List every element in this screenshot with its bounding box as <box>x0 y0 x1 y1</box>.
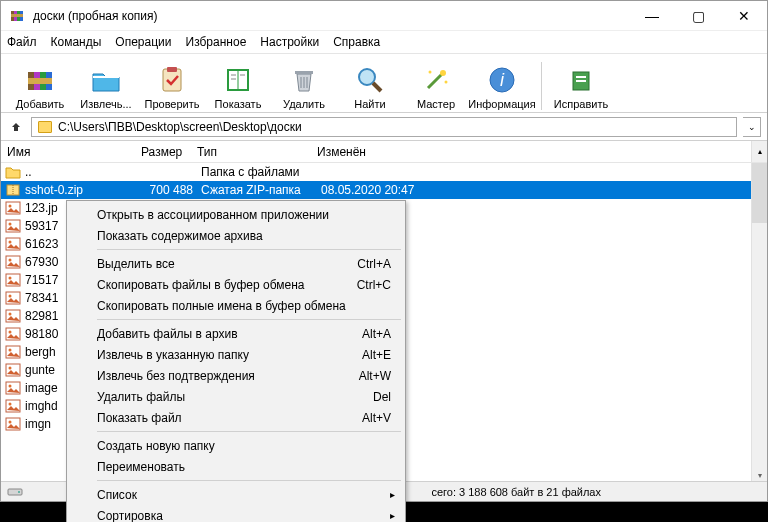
repair-button[interactable]: Исправить <box>550 64 612 110</box>
svg-point-41 <box>9 259 12 262</box>
image-icon <box>5 237 21 251</box>
svg-point-37 <box>9 223 12 226</box>
ctx-new-folder[interactable]: Создать новую папку <box>69 435 403 456</box>
svg-line-23 <box>428 74 442 88</box>
repair-label: Исправить <box>554 98 608 110</box>
menu-settings[interactable]: Настройки <box>260 35 319 49</box>
zip-icon <box>5 183 21 197</box>
ctx-separator <box>97 319 401 320</box>
up-button[interactable] <box>7 118 25 136</box>
toolbar-separator <box>541 62 542 110</box>
column-headers: Имя Размер Тип Изменён ▴ <box>1 141 767 163</box>
svg-point-49 <box>9 331 12 334</box>
ctx-open-assoc[interactable]: Открыть в ассоциированном приложении <box>69 204 403 225</box>
svg-point-45 <box>9 295 12 298</box>
row-size: 700 488 <box>145 183 201 197</box>
svg-rect-30 <box>576 76 586 78</box>
find-label: Найти <box>354 98 385 110</box>
delete-button[interactable]: Удалить <box>273 64 335 110</box>
vertical-scrollbar[interactable]: ▾ <box>751 163 767 483</box>
menu-commands[interactable]: Команды <box>51 35 102 49</box>
ctx-rename[interactable]: Переименовать <box>69 456 403 477</box>
menu-file[interactable]: Файл <box>7 35 37 49</box>
menu-help[interactable]: Справка <box>333 35 380 49</box>
delete-label: Удалить <box>283 98 325 110</box>
svg-point-55 <box>9 385 12 388</box>
ctx-copy-files[interactable]: Скопировать файлы в буфер обменаCtrl+C <box>69 274 403 295</box>
magnifier-icon <box>354 64 386 96</box>
add-button[interactable]: Добавить <box>9 64 71 110</box>
ctx-add-archive[interactable]: Добавить файлы в архивAlt+A <box>69 323 403 344</box>
ctx-extract-noconfirm[interactable]: Извлечь без подтвержденияAlt+W <box>69 365 403 386</box>
address-input[interactable]: C:\Users\ПВВ\Desktop\screen\Desktop\доск… <box>31 117 737 137</box>
trash-icon <box>288 64 320 96</box>
menu-favorites[interactable]: Избранное <box>186 35 247 49</box>
ctx-separator <box>97 431 401 432</box>
image-icon <box>5 363 21 377</box>
ctx-show-file[interactable]: Показать файлAlt+V <box>69 407 403 428</box>
test-button[interactable]: Проверить <box>141 64 203 110</box>
test-label: Проверить <box>144 98 199 110</box>
image-icon <box>5 219 21 233</box>
column-modified[interactable]: Изменён <box>317 145 437 159</box>
clipboard-check-icon <box>156 64 188 96</box>
svg-rect-11 <box>167 67 177 72</box>
ctx-separator <box>97 480 401 481</box>
image-icon <box>5 291 21 305</box>
status-text: сего: 3 188 608 байт в 21 файлах <box>431 486 601 498</box>
extract-button[interactable]: Извлечь... <box>75 64 137 110</box>
svg-rect-9 <box>28 78 52 84</box>
image-icon <box>5 255 21 269</box>
svg-point-61 <box>18 491 20 493</box>
title-text: доски (пробная копия) <box>33 9 629 23</box>
row-name: sshot-0.zip <box>25 183 145 197</box>
title-bar[interactable]: доски (пробная копия) — ▢ ✕ <box>1 1 767 31</box>
svg-rect-31 <box>576 80 586 82</box>
column-type[interactable]: Тип <box>197 145 317 159</box>
folder-icon <box>5 165 21 179</box>
folder-open-icon <box>90 64 122 96</box>
address-bar: C:\Users\ПВВ\Desktop\screen\Desktop\доск… <box>1 113 767 141</box>
find-button[interactable]: Найти <box>339 64 401 110</box>
minimize-button[interactable]: — <box>629 1 675 31</box>
row-type: Папка с файлами <box>201 165 321 179</box>
svg-point-43 <box>9 277 12 280</box>
view-button[interactable]: Показать <box>207 64 269 110</box>
svg-point-26 <box>445 81 448 84</box>
wizard-label: Мастер <box>417 98 455 110</box>
scroll-up-button[interactable]: ▴ <box>751 141 767 162</box>
menu-bar: Файл Команды Операции Избранное Настройк… <box>1 31 767 53</box>
row-modified: 08.05.2020 20:47 <box>321 183 767 197</box>
svg-point-21 <box>359 69 375 85</box>
toolbar: Добавить Извлечь... Проверить Показать У… <box>1 53 767 113</box>
ctx-extract-to[interactable]: Извлечь в указанную папкуAlt+E <box>69 344 403 365</box>
svg-point-53 <box>9 367 12 370</box>
info-label: Информация <box>468 98 535 110</box>
column-size[interactable]: Размер <box>141 145 197 159</box>
svg-point-39 <box>9 241 12 244</box>
ctx-sort-submenu[interactable]: Сортировка <box>69 505 403 522</box>
column-name[interactable]: Имя <box>1 145 141 159</box>
ctx-copy-paths[interactable]: Скопировать полные имена в буфер обмена <box>69 295 403 316</box>
ctx-list-submenu[interactable]: Список <box>69 484 403 505</box>
add-label: Добавить <box>16 98 65 110</box>
app-window: доски (пробная копия) — ▢ ✕ Файл Команды… <box>0 0 768 502</box>
image-icon <box>5 417 21 431</box>
info-icon: i <box>486 64 518 96</box>
drive-icon <box>7 486 23 498</box>
ctx-select-all[interactable]: Выделить всеCtrl+A <box>69 253 403 274</box>
ctx-delete-files[interactable]: Удалить файлыDel <box>69 386 403 407</box>
parent-folder-row[interactable]: .. Папка с файлами <box>1 163 767 181</box>
scrollbar-thumb[interactable] <box>752 163 767 223</box>
address-dropdown[interactable]: ⌄ <box>743 117 761 137</box>
ctx-show-contents[interactable]: Показать содержимое архива <box>69 225 403 246</box>
svg-point-25 <box>429 71 432 74</box>
maximize-button[interactable]: ▢ <box>675 1 721 31</box>
wizard-button[interactable]: Мастер <box>405 64 467 110</box>
menu-operations[interactable]: Операции <box>115 35 171 49</box>
info-button[interactable]: i Информация <box>471 64 533 110</box>
close-button[interactable]: ✕ <box>721 1 767 31</box>
image-icon <box>5 309 21 323</box>
svg-rect-17 <box>295 71 313 74</box>
selected-row[interactable]: sshot-0.zip 700 488 Сжатая ZIP-папка 08.… <box>1 181 767 199</box>
